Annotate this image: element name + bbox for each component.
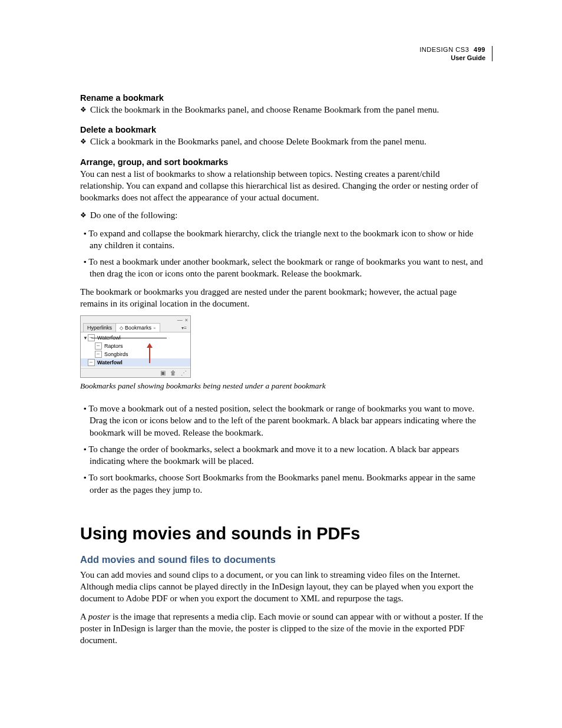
bookmark-icon (95, 351, 102, 358)
list-item: To expand and collapse the bookmark hier… (80, 228, 485, 252)
step-rename-text: Click the bookmark in the Bookmarks pane… (90, 105, 439, 114)
panel-window-controls: — × (81, 316, 190, 323)
svg-marker-1 (147, 343, 153, 348)
movies-p2: A poster is the image that represents a … (80, 611, 485, 647)
arrange-bullets-a: To expand and collapse the bookmark hier… (80, 228, 485, 280)
bookmark-icon (88, 359, 95, 366)
arrange-after-a: The bookmark or bookmarks you dragged ar… (80, 286, 485, 310)
tab-bookmarks: ◇ Bookmarks × (115, 323, 160, 332)
header-subtitle: User Guide (419, 54, 485, 62)
bookmark-icon (95, 342, 102, 350)
diamond-bullet-icon: ❖ (80, 137, 87, 146)
product-name: INDESIGN CS3 (419, 46, 469, 53)
bookmark-label: Raptors (104, 343, 123, 349)
list-item: To nest a bookmark under another bookmar… (80, 256, 485, 280)
new-bookmark-icon: ▣ (160, 370, 166, 376)
bookmark-row-child: Songbirds (81, 350, 190, 358)
step-rename: ❖Click the bookmark in the Bookmarks pan… (80, 104, 485, 116)
page: INDESIGN CS3 499 User Guide Rename a boo… (0, 0, 562, 728)
panel-resize-icon: ⋰ (181, 370, 187, 376)
heading-rename-bookmark: Rename a bookmark (80, 93, 485, 103)
bookmark-row-selected: Waterfowl (81, 358, 190, 367)
arrange-intro: You can nest a list of bookmarks to show… (80, 168, 485, 204)
term-poster: poster (88, 612, 111, 621)
bookmark-label: Waterfowl (97, 360, 123, 365)
movies-p2a: A (80, 612, 88, 621)
panel-tabs: Hyperlinks ◇ Bookmarks × ▾≡ (81, 323, 190, 332)
disclosure-triangle-icon: ▼ (83, 335, 88, 341)
page-content: Rename a bookmark ❖Click the bookmark in… (80, 93, 485, 646)
tab-link-icon: ◇ (120, 325, 123, 331)
minimize-icon: — (177, 317, 183, 323)
heading-arrange-bookmarks: Arrange, group, and sort bookmarks (80, 157, 485, 167)
diamond-bullet-icon: ❖ (80, 106, 87, 114)
figure-bookmarks-panel: — × Hyperlinks ◇ Bookmarks × ▾≡ ▼ (80, 315, 191, 378)
bookmark-row-parent: ▼ Waterfowl (81, 334, 190, 342)
figure-caption: Bookmarks panel showing bookmarks being … (80, 381, 485, 391)
panel-body: ▼ Waterfowl Raptors Songbirds Waterfowl (81, 332, 190, 368)
heading-delete-bookmark: Delete a bookmark (80, 125, 485, 134)
do-one-line: ❖Do one of the following: (80, 209, 485, 221)
do-one-text: Do one of the following: (90, 210, 177, 220)
drag-arrow-icon (147, 343, 153, 364)
tab-close-icon: × (153, 325, 156, 331)
tab-hyperlinks-label: Hyperlinks (87, 325, 112, 331)
list-item: To change the order of bookmarks, select… (80, 443, 485, 467)
bookmark-label: Songbirds (104, 351, 128, 357)
arrange-bullets-b: To move a bookmark out of a nested posit… (80, 403, 485, 496)
delete-bookmark-icon: 🗑 (170, 370, 176, 376)
header-divider (492, 46, 492, 61)
list-item: To move a bookmark out of a nested posit… (80, 403, 485, 439)
page-number: 499 (474, 46, 485, 53)
list-item: To sort bookmarks, choose Sort Bookmarks… (80, 472, 485, 496)
movies-p2b: is the image that represents a media cli… (80, 612, 483, 645)
step-delete-text: Click a bookmark in the Bookmarks panel,… (90, 137, 427, 146)
running-header: INDESIGN CS3 499 User Guide (419, 46, 485, 62)
bookmark-row-child: Raptors (81, 342, 190, 350)
panel-footer: ▣ 🗑 ⋰ (81, 368, 190, 377)
subheading-add-movies: Add movies and sound files to documents (80, 554, 485, 565)
heading-movies-sounds: Using movies and sounds in PDFs (80, 524, 485, 543)
close-icon: × (185, 317, 188, 323)
movies-p1: You can add movies and sound clips to a … (80, 569, 485, 605)
tab-hyperlinks: Hyperlinks (83, 323, 116, 332)
panel-menu-icon: ▾≡ (181, 325, 188, 332)
step-delete: ❖Click a bookmark in the Bookmarks panel… (80, 136, 485, 147)
tab-bookmarks-label: Bookmarks (125, 325, 151, 331)
drag-indicator-line (91, 338, 167, 338)
diamond-bullet-icon: ❖ (80, 211, 87, 219)
